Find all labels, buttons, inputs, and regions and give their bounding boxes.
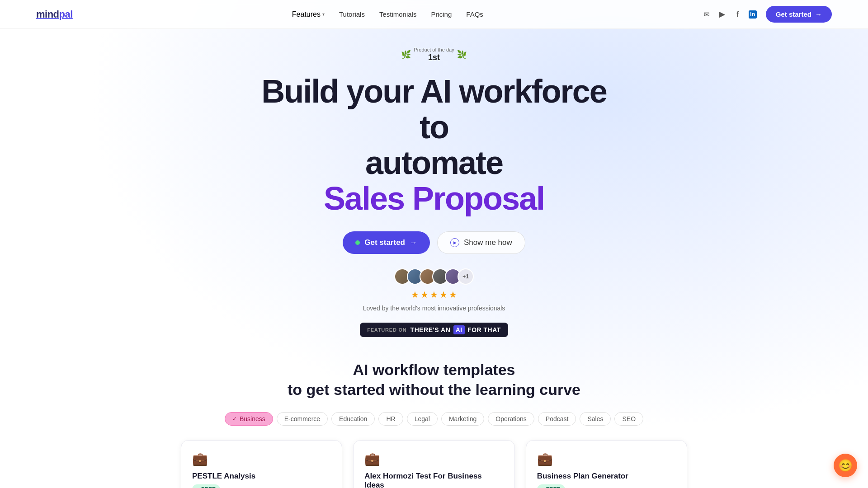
- laurel-right-icon: 🌿: [457, 50, 467, 60]
- filter-seo[interactable]: SEO: [614, 412, 643, 426]
- star-3-icon: ★: [430, 289, 438, 300]
- filter-legal[interactable]: Legal: [407, 412, 438, 426]
- filter-marketing[interactable]: Marketing: [441, 412, 484, 426]
- hero-heading: Build your AI workforce to automate Sale…: [253, 74, 615, 217]
- nav-item-tutorials[interactable]: Tutorials: [339, 10, 365, 19]
- youtube-icon[interactable]: ▶: [718, 10, 727, 19]
- filter-operations[interactable]: Operations: [488, 412, 534, 426]
- play-icon: ▶: [450, 238, 459, 247]
- logo[interactable]: mindpal: [36, 9, 73, 20]
- featured-badge: FEATURED ON THERE'S AN AI FOR THAT: [360, 323, 508, 337]
- nav-item-faqs[interactable]: FAQs: [466, 10, 483, 19]
- main-content: 🌿 Product of the day 1st 🌿 Build your AI…: [0, 29, 868, 488]
- hormozi-icon: 💼: [364, 451, 503, 466]
- logo-text: mindpal: [36, 9, 73, 20]
- star-rating: ★ ★ ★ ★ ★: [411, 289, 457, 300]
- social-links: ✉ ▶ f in: [703, 10, 757, 19]
- avatar-group: +1: [394, 268, 474, 285]
- hero-get-started-button[interactable]: Get started →: [343, 231, 430, 254]
- chat-support-button[interactable]: 😊: [834, 454, 857, 477]
- ai-highlight: AI: [453, 325, 465, 334]
- filter-podcast[interactable]: Podcast: [538, 412, 576, 426]
- template-card-pestle[interactable]: 💼 PESTLE Analysis FREE: [181, 440, 342, 488]
- filter-sales[interactable]: Sales: [580, 412, 611, 426]
- template-card-hormozi[interactable]: 💼 Alex Hormozi Test For Business Ideas F…: [353, 440, 514, 488]
- bizplan-icon: 💼: [537, 451, 676, 466]
- chat-emoji-icon: 😊: [838, 459, 853, 473]
- star-4-icon: ★: [439, 289, 448, 300]
- templates-section: AI workflow templates to get started wit…: [0, 360, 868, 488]
- nav-right: ✉ ▶ f in Get started →: [703, 6, 832, 23]
- facebook-icon[interactable]: f: [733, 10, 742, 19]
- pestle-badge: FREE: [192, 484, 220, 488]
- star-2-icon: ★: [420, 289, 429, 300]
- features-chevron-icon: ▾: [322, 12, 325, 17]
- avatar-overflow: +1: [458, 268, 474, 285]
- email-icon[interactable]: ✉: [703, 10, 712, 19]
- templates-heading: AI workflow templates to get started wit…: [288, 360, 580, 399]
- bizplan-badge: FREE: [537, 484, 565, 488]
- nav-item-testimonials[interactable]: Testimonials: [379, 10, 417, 19]
- active-dot-icon: [355, 240, 360, 245]
- category-filters: Business E-commerce Education HR Legal M…: [225, 412, 643, 426]
- cta-buttons: Get started → ▶ Show me how: [343, 231, 525, 254]
- template-cards: 💼 PESTLE Analysis FREE 💼 Alex Hormozi Te…: [181, 440, 687, 488]
- star-5-icon: ★: [449, 289, 457, 300]
- filter-hr[interactable]: HR: [378, 412, 403, 426]
- filter-business[interactable]: Business: [225, 412, 273, 426]
- nav-cta-button[interactable]: Get started →: [766, 6, 832, 23]
- hormozi-title: Alex Hormozi Test For Business Ideas: [364, 472, 503, 488]
- product-badge: 🌿 Product of the day 1st 🌿: [401, 47, 467, 63]
- navbar: mindpal Features ▾ Tutorials Testimonial…: [0, 0, 868, 29]
- pestle-icon: 💼: [192, 451, 331, 466]
- social-proof: +1 ★ ★ ★ ★ ★ Loved by the world's most i…: [363, 268, 505, 312]
- template-card-bizplan[interactable]: 💼 Business Plan Generator FREE: [526, 440, 687, 488]
- primary-arrow-icon: →: [410, 238, 417, 247]
- filter-ecommerce[interactable]: E-commerce: [277, 412, 328, 426]
- laurel-left-icon: 🌿: [401, 50, 411, 60]
- bizplan-title: Business Plan Generator: [537, 472, 676, 481]
- filter-education[interactable]: Education: [331, 412, 375, 426]
- show-me-how-button[interactable]: ▶ Show me how: [437, 231, 525, 254]
- linkedin-icon[interactable]: in: [749, 10, 757, 19]
- loved-text: Loved by the world's most innovative pro…: [363, 305, 505, 312]
- nav-cta-arrow-icon: →: [815, 10, 822, 18]
- star-1-icon: ★: [411, 289, 419, 300]
- nav-item-pricing[interactable]: Pricing: [431, 10, 452, 19]
- nav-item-features[interactable]: Features ▾: [292, 10, 325, 19]
- pestle-title: PESTLE Analysis: [192, 472, 331, 481]
- nav-links: Features ▾ Tutorials Testimonials Pricin…: [292, 10, 483, 19]
